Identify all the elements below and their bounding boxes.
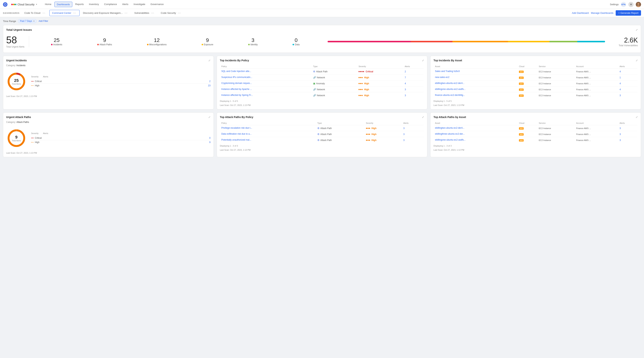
asset-link-3[interactable]: ebillingtwo-ubuntu-ec2-der4... xyxy=(435,82,464,85)
dashboard-actions: Add Dashboard Manage Dashboards + Genera… xyxy=(572,10,641,16)
asset-alert-5[interactable]: 3 xyxy=(620,94,621,97)
nav-item-inventory[interactable]: Inventory xyxy=(87,2,101,7)
ap-policy-link-2[interactable]: Data exfiltration risk due to a... xyxy=(222,133,252,135)
svg-point-0 xyxy=(11,4,13,5)
asset-link-4[interactable]: ebillingone-ubuntu-ec2-asdfs... xyxy=(435,88,466,90)
nav-item-investigate[interactable]: Investigate xyxy=(131,2,148,7)
top-attack-paths-asset-expand-icon[interactable]: ⤢ xyxy=(636,116,638,119)
add-dashboard-link[interactable]: Add Dashboard xyxy=(572,12,589,14)
policy-link-1[interactable]: SQL and Code Injection atte... xyxy=(222,70,251,73)
nav-item-governance[interactable]: Governance xyxy=(148,2,166,7)
alert-count-4[interactable]: 3 xyxy=(405,88,406,91)
expand-icon[interactable]: ⤢ xyxy=(636,28,638,31)
policy-link-2[interactable]: Suspicious IPs communicatin... xyxy=(222,76,252,79)
high-indicator: High xyxy=(31,84,40,87)
top-attack-paths-policy-expand-icon[interactable]: ⤢ xyxy=(422,116,424,119)
asset-link-2[interactable]: new-sales-ec2 xyxy=(435,76,449,79)
top-incidents-asset-expand-icon[interactable]: ⤢ xyxy=(636,59,638,62)
top-incidents-policy-header: Top Incidents By Policy ⤢ xyxy=(220,59,424,62)
apa-asset-link-1[interactable]: ebillingtwo-ubuntu-ec2-der4... xyxy=(435,127,464,129)
tab-code-security[interactable]: Code Security ⋯ xyxy=(158,10,184,16)
alert-count-3[interactable]: 4 xyxy=(405,82,406,85)
tab-active-dots-icon[interactable]: ⋯ xyxy=(72,11,77,15)
tab-vulns-dots-icon[interactable]: ⋯ xyxy=(150,11,155,15)
tab-code-sec-dots-icon[interactable]: ⋯ xyxy=(177,11,182,15)
incidents-asset-table: Asset Cloud Service Account Alerts Sales… xyxy=(434,64,638,99)
attack-paths-dot xyxy=(97,44,99,45)
severity-text-3: High xyxy=(364,82,369,85)
apa-account-1: Finance AWS ... xyxy=(575,126,618,131)
attack-high-count[interactable]: 9 xyxy=(209,141,210,144)
generate-report-button[interactable]: + Generate Report xyxy=(616,10,641,16)
nav-item-alerts[interactable]: Alerts xyxy=(120,2,130,7)
incidents-asset-thead: Asset Cloud Service Account Alerts xyxy=(434,65,638,69)
attack-paths-policy-display-info: Displaying 1 - 3 of 3 xyxy=(220,145,424,147)
account-5: Finance AWS ... xyxy=(575,93,618,98)
attack-paths-asset-table: Asset Cloud Service Account Alerts ebill… xyxy=(434,121,638,143)
add-filter-button[interactable]: Add Filter xyxy=(38,20,48,22)
asset-alert-3[interactable]: 4 xyxy=(620,82,621,85)
tab-vulnerabilities[interactable]: Vulnerabilities ⋯ xyxy=(132,10,157,16)
apa-alert-2[interactable]: 3 xyxy=(620,133,621,136)
sev-dot xyxy=(358,89,360,90)
ap-alert-count-3[interactable]: 3 xyxy=(403,139,404,142)
user-avatar[interactable] xyxy=(636,2,641,7)
apa-asset-link-2[interactable]: ebillingthree-ubuntu-ec2-der... xyxy=(435,133,464,135)
brand-chevron-icon[interactable]: ▼ xyxy=(36,3,38,6)
asset-alert-1[interactable]: 4 xyxy=(620,70,621,73)
policy-link-5[interactable]: Instance affected by Spring Fr... xyxy=(222,94,253,96)
ap-policy-link-3[interactable]: Potentially unauthorized mal... xyxy=(222,139,252,141)
critical-indicator: Critical xyxy=(31,80,42,83)
attack-paths-policy-thead: Policy Type Severity Alerts xyxy=(220,121,424,125)
ap-alert-count-1[interactable]: 3 xyxy=(403,127,404,130)
tab-discovery[interactable]: Discovery and Exposure Managem... ⋯ xyxy=(80,10,131,16)
top-incidents-policy-expand-icon[interactable]: ⤢ xyxy=(422,59,424,62)
attack-critical-count[interactable]: 0 xyxy=(209,137,210,139)
urgent-incidents-expand-icon[interactable]: ⤢ xyxy=(208,59,210,62)
ap-alert-count-2[interactable]: 3 xyxy=(403,133,404,136)
tab-code-to-cloud[interactable]: Code To Cloud ⋯ xyxy=(22,10,49,16)
tab-dots-icon[interactable]: ⋯ xyxy=(42,11,46,15)
tab-discovery-dots-icon[interactable]: ⋯ xyxy=(124,11,128,15)
asset-alert-2[interactable]: 1 xyxy=(620,76,621,79)
policy-link-3[interactable]: Cryptomining domain reques... xyxy=(222,82,252,85)
tab-command-center[interactable]: Command Center ⋯ xyxy=(50,10,80,16)
high-count[interactable]: 23 xyxy=(208,84,210,87)
ap-type-badge-2: ⚙Attack Path xyxy=(317,133,363,136)
alert-count-5[interactable]: 3 xyxy=(405,94,406,97)
service-col-header: Service xyxy=(538,65,575,69)
ap-policy-link-1[interactable]: Privilege escalation risk due t... xyxy=(222,127,252,129)
logo[interactable] xyxy=(3,2,8,7)
apa-asset-link-3[interactable]: ebillingone-ubuntu-ec2-asdfs... xyxy=(435,139,466,141)
sev-dot xyxy=(362,89,362,90)
attack-paths-policy-scan-info: Last Scan: Oct 27, 2023, 1:13 PM xyxy=(220,149,424,151)
manage-dashboards-link[interactable]: Manage Dashboards xyxy=(591,12,614,14)
nav-item-home[interactable]: Home xyxy=(43,2,54,7)
apa-alert-1[interactable]: 3 xyxy=(620,127,621,130)
critical-count[interactable]: 2 xyxy=(209,80,210,83)
svg-point-5 xyxy=(638,3,639,5)
alert-count-2[interactable]: 7 xyxy=(405,76,406,79)
sev-dot xyxy=(368,128,368,129)
apa-alerts-col-header: Alerts xyxy=(618,121,638,125)
incidents-policy-tbody: SQL and Code Injection atte... ⚙Attack P… xyxy=(220,69,424,98)
alert-count-1[interactable]: 2 xyxy=(405,70,406,73)
asset-link-5[interactable]: finance-ubuntu-ec2-der4t4tg... xyxy=(435,94,465,96)
asset-link-1[interactable]: Sales and Trading hz6vX xyxy=(435,70,460,73)
nav-item-dashboards[interactable]: Dashboards xyxy=(54,2,72,7)
notification-icon[interactable]: 67% xyxy=(621,2,626,7)
apa-service-3: EC2 Instance xyxy=(538,137,575,143)
urgent-attack-paths-expand-icon[interactable]: ⤢ xyxy=(208,116,210,119)
apa-account-col-header: Account xyxy=(575,121,618,125)
apa-alert-3[interactable]: 3 xyxy=(620,139,621,142)
incidents-donut-section: 25 Total Alerts Severity Alerts Critical… xyxy=(6,70,210,93)
remove-filter-icon[interactable]: × xyxy=(33,20,35,22)
asset-alert-4[interactable]: 4 xyxy=(620,88,621,91)
nav-item-reports[interactable]: Reports xyxy=(73,2,86,7)
sev-dot xyxy=(360,95,361,96)
gear-icon[interactable]: ⚙ xyxy=(628,2,634,7)
nav-item-compliance[interactable]: Compliance xyxy=(102,2,119,7)
policy-link-4[interactable]: Instance affected by Apache ... xyxy=(222,88,252,90)
time-range-filter[interactable]: Past 7 Days × xyxy=(18,19,37,23)
settings-link[interactable]: Settings xyxy=(610,3,619,6)
